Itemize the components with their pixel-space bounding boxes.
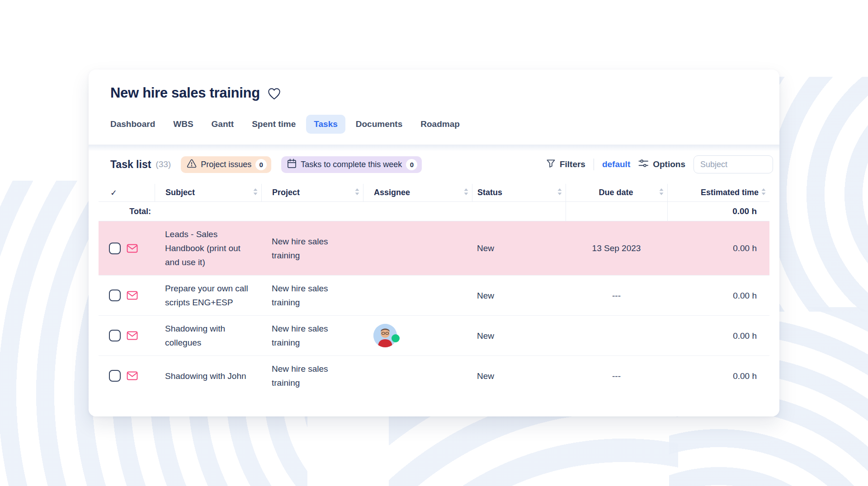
task-subject[interactable]: Prepare your own call scripts ENG+ESP (155, 281, 261, 309)
task-status: New (472, 369, 566, 383)
warning-icon (187, 159, 197, 170)
project-header: New hire sales training Dashboard WBS Ga… (89, 70, 779, 145)
select-all-header[interactable]: ✓ (99, 184, 155, 201)
favorite-heart-icon[interactable] (267, 87, 281, 100)
column-header-assignee[interactable]: Assignee (363, 184, 472, 201)
column-header-project[interactable]: Project (261, 184, 363, 201)
tab-documents[interactable]: Documents (348, 115, 410, 134)
task-due-date: --- (566, 369, 667, 383)
table-row[interactable]: Leads - Sales Handbook (print out and us… (99, 221, 769, 276)
sort-icon (761, 188, 766, 198)
row-checkbox[interactable] (109, 243, 121, 254)
task-table: ✓ Subject Project Assignee (99, 184, 769, 396)
filters-label: Filters (560, 159, 585, 169)
project-issues-label: Project issues (201, 160, 251, 169)
envelope-icon[interactable] (127, 371, 138, 380)
task-list-count: (33) (156, 159, 171, 169)
tab-wbs[interactable]: WBS (165, 115, 201, 134)
tab-tasks[interactable]: Tasks (306, 115, 345, 134)
tab-dashboard[interactable]: Dashboard (103, 115, 163, 134)
sort-icon (463, 188, 469, 198)
task-project: New hire sales training (261, 322, 363, 350)
column-header-due-date[interactable]: Due date (566, 184, 667, 201)
task-project: New hire sales training (261, 281, 363, 309)
tasks-this-week-badge[interactable]: Tasks to complete this week 0 (281, 156, 422, 173)
tasks-this-week-count: 0 (406, 159, 417, 170)
page-title: New hire sales training (110, 84, 260, 102)
table-header-row: ✓ Subject Project Assignee (99, 184, 769, 202)
task-estimated-time: 0.00 h (667, 241, 769, 255)
task-subject[interactable]: Shadowing with John (155, 369, 261, 383)
select-all-icon: ✓ (110, 188, 117, 198)
filter-funnel-icon (546, 159, 556, 170)
task-assignee (363, 324, 472, 347)
task-list-section: Task list (33) Project issues 0 (89, 145, 779, 396)
task-due-date: --- (566, 289, 667, 303)
column-header-status[interactable]: Status (472, 184, 566, 201)
envelope-icon[interactable] (127, 244, 138, 253)
task-estimated-time: 0.00 h (667, 369, 769, 383)
project-issues-badge[interactable]: Project issues 0 (181, 156, 271, 173)
tab-roadmap[interactable]: Roadmap (413, 115, 467, 134)
options-label: Options (653, 159, 685, 169)
task-estimated-time: 0.00 h (667, 289, 769, 303)
task-status: New (472, 289, 566, 303)
envelope-icon[interactable] (127, 291, 138, 300)
task-status: New (472, 241, 566, 255)
task-project: New hire sales training (261, 362, 363, 390)
tab-spent-time[interactable]: Spent time (244, 115, 303, 134)
sort-icon (659, 188, 664, 198)
online-status-dot (392, 334, 400, 342)
task-due-date: 13 Sep 2023 (566, 241, 667, 255)
subject-search-input[interactable] (693, 155, 773, 173)
project-issues-count: 0 (255, 159, 267, 170)
sort-icon (557, 188, 562, 198)
table-row[interactable]: Shadowing with collegues New hire sales … (99, 316, 769, 356)
table-row[interactable]: Shadowing with John New hire sales train… (99, 356, 769, 396)
assignee-avatar[interactable] (373, 324, 397, 347)
row-checkbox[interactable] (109, 330, 121, 341)
filter-preset-link[interactable]: default (602, 159, 630, 169)
filters-button[interactable]: Filters (546, 159, 585, 170)
sort-icon (253, 188, 258, 198)
row-checkbox[interactable] (109, 290, 121, 301)
calendar-icon (287, 159, 297, 170)
task-list-title: Task list (110, 159, 151, 171)
table-row[interactable]: Prepare your own call scripts ENG+ESP Ne… (99, 276, 769, 316)
toolbar-separator (594, 159, 594, 170)
task-subject[interactable]: Leads - Sales Handbook (print out and us… (155, 227, 261, 269)
tasks-this-week-label: Tasks to complete this week (301, 160, 402, 169)
options-button[interactable]: Options (638, 159, 685, 170)
task-status: New (472, 329, 566, 343)
project-card: New hire sales training Dashboard WBS Ga… (89, 70, 779, 416)
total-label: Total: (99, 202, 155, 221)
sort-icon (354, 188, 360, 198)
tab-gantt[interactable]: Gantt (204, 115, 242, 134)
options-sliders-icon (638, 159, 649, 170)
total-estimated-time: 0.00 h (667, 202, 769, 221)
envelope-icon[interactable] (127, 331, 138, 340)
project-tabs: Dashboard WBS Gantt Spent time Tasks Doc… (103, 115, 758, 134)
row-checkbox[interactable] (109, 370, 121, 382)
task-project: New hire sales training (261, 234, 363, 262)
task-list-toolbar: Task list (33) Project issues 0 (89, 145, 779, 184)
table-total-row: Total: 0.00 h (99, 202, 769, 221)
column-header-subject[interactable]: Subject (155, 184, 261, 201)
task-subject[interactable]: Shadowing with collegues (155, 322, 261, 350)
background-arcs-bottom (389, 416, 678, 486)
task-estimated-time: 0.00 h (667, 329, 769, 343)
column-header-estimated-time[interactable]: Estimated time (667, 184, 769, 201)
